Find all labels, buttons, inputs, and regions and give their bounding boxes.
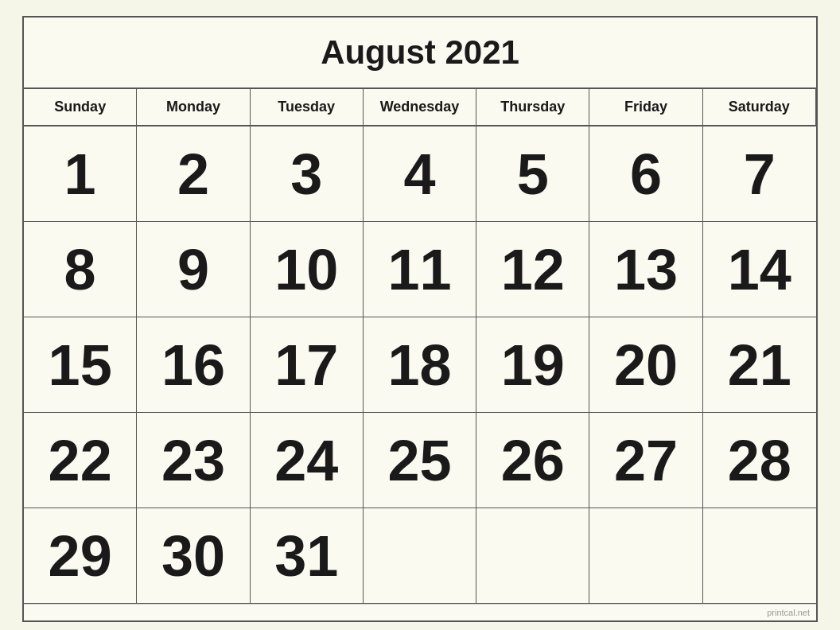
day-cell: 26 [476, 413, 589, 508]
day-cell: 28 [703, 413, 816, 508]
day-cell: 21 [703, 317, 816, 413]
day-cell: 9 [137, 222, 250, 317]
day-cell: 23 [137, 413, 250, 508]
day-cell: 5 [476, 126, 589, 222]
calendar: August 2021 Sunday Monday Tuesday Wednes… [22, 16, 818, 622]
day-header-saturday: Saturday [703, 89, 816, 126]
day-cell: 7 [703, 126, 816, 222]
day-cell-empty [703, 508, 816, 604]
calendar-title: August 2021 [24, 18, 816, 89]
day-cell-empty [589, 508, 702, 604]
day-cell: 4 [364, 126, 476, 222]
day-cell: 27 [589, 413, 702, 508]
day-cell: 12 [476, 222, 589, 317]
day-cell: 2 [137, 126, 250, 222]
day-cell: 6 [589, 126, 702, 222]
day-cell: 3 [251, 126, 364, 222]
day-cell-empty [476, 508, 589, 604]
day-cell: 30 [137, 508, 250, 604]
day-cell: 1 [24, 126, 137, 222]
day-cell: 22 [24, 413, 137, 508]
day-cell: 24 [251, 413, 364, 508]
day-cell: 11 [364, 222, 476, 317]
day-cell: 17 [251, 317, 364, 413]
watermark: printcal.net [24, 604, 816, 620]
day-cell: 18 [364, 317, 476, 413]
day-cell: 15 [24, 317, 137, 413]
day-cell-empty [364, 508, 476, 604]
day-header-thursday: Thursday [476, 89, 589, 126]
day-header-sunday: Sunday [24, 89, 137, 126]
day-header-tuesday: Tuesday [251, 89, 364, 126]
day-cell: 19 [476, 317, 589, 413]
day-cell: 16 [137, 317, 250, 413]
day-cell: 13 [589, 222, 702, 317]
day-header-friday: Friday [589, 89, 702, 126]
day-header-monday: Monday [137, 89, 250, 126]
day-cell: 14 [703, 222, 816, 317]
day-cell: 8 [24, 222, 137, 317]
calendar-grid: Sunday Monday Tuesday Wednesday Thursday… [24, 89, 816, 604]
day-header-wednesday: Wednesday [364, 89, 476, 126]
day-cell: 20 [589, 317, 702, 413]
day-cell: 29 [24, 508, 137, 604]
day-cell: 31 [251, 508, 364, 604]
day-cell: 10 [251, 222, 364, 317]
day-cell: 25 [364, 413, 476, 508]
